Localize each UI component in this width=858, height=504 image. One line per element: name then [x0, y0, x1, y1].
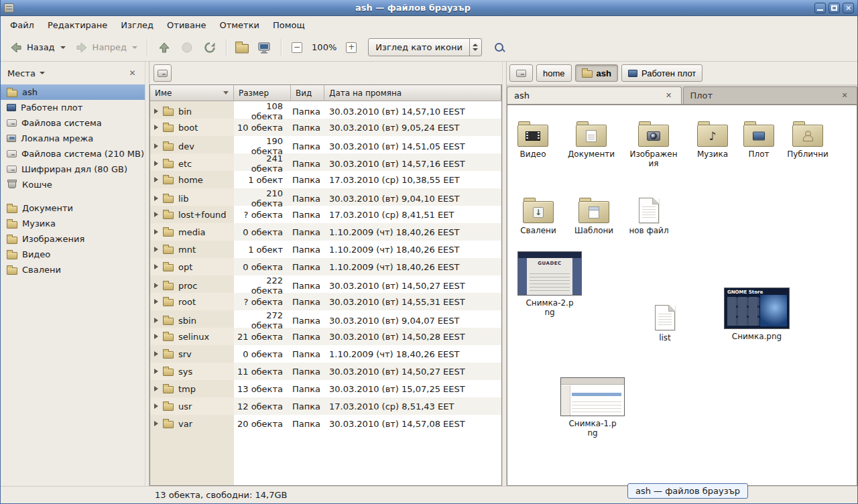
expander-icon[interactable] — [154, 177, 158, 182]
table-row[interactable]: usr12 обектаПапка17.03.2010 (ср) 8,51,43… — [150, 397, 501, 415]
tab[interactable]: Плот — [683, 86, 858, 104]
breadcrumb-root[interactable] — [509, 64, 533, 82]
expander-icon[interactable] — [154, 143, 158, 149]
expander-icon[interactable] — [154, 318, 158, 323]
zoom-level[interactable]: 100% — [307, 40, 341, 55]
icon-item[interactable]: GNOME StoreСнимка.png — [722, 288, 792, 341]
view-mode-combo[interactable]: Изглед като икони — [368, 38, 482, 56]
table-row[interactable]: boot10 обектаПапка30.03.2010 (вт) 9,05,2… — [150, 119, 501, 136]
search-button[interactable] — [490, 40, 508, 54]
icon-item[interactable]: Плот — [739, 113, 778, 159]
icon-item[interactable]: list — [644, 297, 686, 342]
icon-item[interactable]: Шаблони — [569, 190, 619, 235]
menu-item[interactable]: Отметки — [212, 17, 265, 33]
breadcrumb-item[interactable]: home — [536, 64, 572, 82]
table-row[interactable]: dev190 обектаПапка30.03.2010 (вт) 14,51,… — [150, 136, 501, 153]
icon-item[interactable]: Видео — [511, 113, 554, 159]
expander-icon[interactable] — [154, 264, 158, 269]
tab[interactable]: ash — [507, 86, 682, 104]
table-row[interactable]: tmp13 обектаПапка30.03.2010 (вт) 15,07,2… — [150, 380, 501, 397]
computer-button[interactable] — [252, 38, 276, 57]
table-row[interactable]: lost+found? обектаПапка17.03.2010 (ср) 8… — [150, 206, 501, 223]
sidebar-item[interactable]: Файлова система — [1, 115, 145, 131]
zoom-out-button[interactable]: − — [287, 40, 307, 56]
filesystem-root-button[interactable] — [154, 64, 172, 82]
menu-item[interactable]: Отиване — [160, 17, 212, 33]
zoom-in-button[interactable]: + — [341, 40, 361, 56]
pane-separator[interactable] — [145, 62, 149, 486]
close-button[interactable] — [843, 3, 854, 13]
column-header[interactable]: Вид — [291, 85, 324, 101]
expander-icon[interactable] — [154, 334, 158, 339]
column-header[interactable]: Име — [150, 85, 234, 101]
expander-icon[interactable] — [154, 351, 158, 357]
table-row[interactable]: media0 обектаПапка1.10.2009 (чт) 18,40,2… — [150, 223, 501, 241]
expander-icon[interactable] — [154, 196, 158, 201]
expander-icon[interactable] — [154, 386, 158, 391]
sidebar-item[interactable]: ash — [1, 84, 145, 100]
back-button[interactable]: Назад — [5, 38, 70, 57]
tab-close-icon[interactable] — [664, 90, 674, 101]
icon-item[interactable]: Музика — [688, 113, 737, 159]
sidebar-item[interactable]: Видео — [1, 247, 145, 262]
table-row[interactable]: root? обектаПапка30.03.2010 (вт) 14,55,3… — [150, 293, 501, 310]
forward-button[interactable]: Напред — [70, 38, 142, 57]
table-row[interactable]: srv0 обектаПапка1.10.2009 (чт) 18,40,26 … — [150, 345, 501, 363]
icon-item[interactable]: Изображения — [628, 113, 679, 169]
menu-item[interactable]: Изглед — [114, 17, 160, 33]
table-row[interactable]: home1 обектПапка17.03.2010 (ср) 10,38,55… — [150, 171, 501, 188]
menu-item[interactable]: Помощ — [266, 17, 312, 33]
home-button[interactable] — [232, 40, 252, 55]
icon-view[interactable]: ВидеоДокументиИзображенияМузикаПлотПубли… — [507, 105, 857, 486]
menu-item[interactable]: Редактиране — [41, 17, 114, 33]
icon-item[interactable]: Документи — [562, 113, 620, 159]
sidebar-title[interactable]: Места — [7, 68, 36, 78]
reload-button[interactable] — [198, 38, 221, 57]
column-header[interactable]: Дата на промяна — [324, 85, 501, 101]
column-header[interactable]: Размер — [234, 85, 291, 101]
icon-item[interactable]: Публични — [782, 113, 833, 159]
table-row[interactable]: sbin272 обектаПапка30.03.2010 (вт) 9,04,… — [150, 310, 501, 328]
table-row[interactable]: lib210 обектаПапка30.03.2010 (вт) 9,04,1… — [150, 188, 501, 206]
table-row[interactable]: proc222 обектаПапка30.03.2010 (вт) 14,50… — [150, 275, 501, 293]
expander-icon[interactable] — [154, 229, 158, 235]
table-row[interactable]: bin108 обектаПапка30.03.2010 (вт) 14,57,… — [150, 101, 501, 119]
table-row[interactable]: opt0 обектаПапка1.10.2009 (чт) 18,40,26 … — [150, 258, 501, 275]
icon-item[interactable]: GUADECСнимка-2.png — [515, 251, 584, 318]
stop-button[interactable] — [176, 38, 198, 57]
expander-icon[interactable] — [154, 403, 158, 409]
sidebar-item[interactable]: Изображения — [1, 231, 145, 247]
expander-icon[interactable] — [154, 212, 158, 217]
up-button[interactable] — [153, 38, 176, 57]
table-row[interactable]: mnt1 обектПапка1.10.2009 (чт) 18,40,26 E… — [150, 241, 501, 258]
table-row[interactable]: sys11 обектаПапка30.03.2010 (вт) 14,50,2… — [150, 363, 501, 380]
sidebar-item[interactable]: Локална мрежа — [1, 131, 145, 146]
table-row[interactable]: etc241 обектаПапка30.03.2010 (вт) 14,57,… — [150, 153, 501, 171]
tab-close-icon[interactable] — [839, 90, 850, 101]
expander-icon[interactable] — [154, 299, 158, 304]
sidebar-item[interactable]: Шифриран дял (80 GB) — [1, 162, 145, 177]
sidebar-item[interactable]: Документи — [1, 200, 145, 216]
expander-icon[interactable] — [154, 125, 158, 130]
sidebar-item[interactable]: Музика — [1, 216, 145, 231]
breadcrumb-item[interactable]: Работен плот — [621, 64, 702, 82]
maximize-button[interactable] — [829, 3, 840, 13]
expander-icon[interactable] — [154, 109, 158, 114]
expander-icon[interactable] — [154, 369, 158, 374]
sidebar-item[interactable]: Кошче — [1, 177, 145, 192]
expander-icon[interactable] — [154, 421, 158, 426]
sidebar-close-button[interactable] — [127, 68, 138, 79]
expander-icon[interactable] — [154, 283, 158, 288]
pane-separator[interactable] — [502, 62, 507, 486]
expander-icon[interactable] — [154, 161, 158, 166]
sidebar-item[interactable]: Файлова система (210 MB) — [1, 146, 145, 162]
icon-item[interactable]: Снимка-1.png — [558, 377, 627, 438]
sidebar-item[interactable]: Свалени — [1, 262, 145, 277]
expander-icon[interactable] — [154, 247, 158, 252]
table-row[interactable]: var20 обектаПапка30.03.2010 (вт) 14,57,0… — [150, 415, 501, 432]
breadcrumb-item[interactable]: ash — [575, 64, 618, 82]
icon-item[interactable]: Свалени — [514, 190, 562, 235]
minimize-button[interactable] — [814, 3, 826, 13]
sidebar-item[interactable]: Работен плот — [1, 100, 145, 115]
table-row[interactable]: selinux21 обектаПапка30.03.2010 (вт) 14,… — [150, 328, 501, 345]
